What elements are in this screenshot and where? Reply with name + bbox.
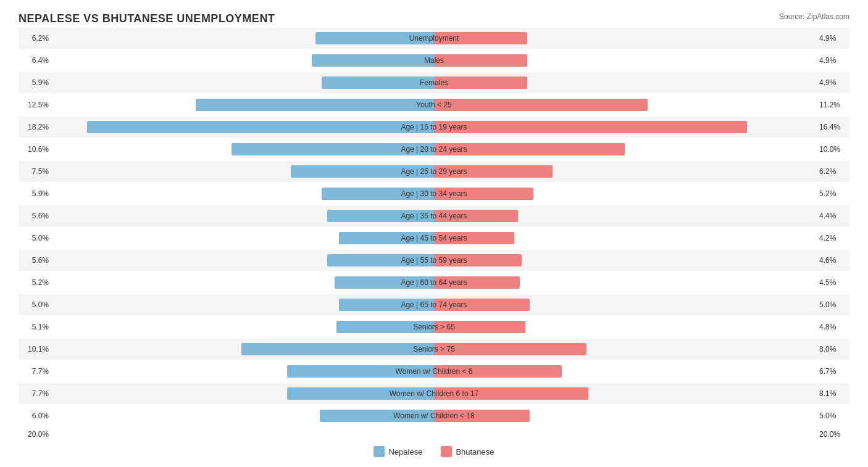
chart-row: 5.2%Age | 60 to 64 years4.5%: [19, 272, 849, 293]
left-bar-wrap: [335, 276, 434, 289]
left-bar-wrap: [320, 410, 434, 422]
left-bar-wrap: [315, 32, 434, 44]
left-value: 7.7%: [19, 389, 52, 398]
chart-title: NEPALESE VS BHUTANESE UNEMPLOYMENT: [19, 12, 275, 25]
x-axis: 20.0% 20.0%: [19, 430, 849, 439]
right-value: 8.0%: [816, 345, 849, 353]
chart-row: 6.2%Unemployment4.9%: [19, 28, 849, 49]
bhutanese-bar: [434, 232, 514, 244]
bars-area: Age | 30 to 34 years: [52, 183, 816, 204]
legend: Nepalese Bhutanese: [19, 446, 849, 457]
bhutanese-bar: [434, 276, 520, 289]
right-value: 6.7%: [816, 367, 849, 376]
right-bar-wrap: [434, 321, 525, 333]
bhutanese-bar: [434, 410, 530, 422]
legend-bhutanese-label: Bhutanese: [456, 447, 494, 457]
nepalese-bar: [327, 210, 434, 222]
nepalese-bar: [312, 54, 434, 67]
chart-area: 6.2%Unemployment4.9%6.4%Males4.9%5.9%Fem…: [19, 28, 849, 426]
left-value: 7.7%: [19, 367, 52, 376]
right-value: 5.2%: [816, 189, 849, 198]
left-value: 7.5%: [19, 167, 52, 176]
left-value: 6.0%: [19, 411, 52, 420]
left-value: 6.4%: [19, 56, 52, 65]
chart-row: 7.7%Women w/ Children < 66.7%: [19, 361, 849, 382]
bars-area: Age | 65 to 74 years: [52, 294, 816, 315]
bhutanese-bar: [434, 343, 586, 355]
nepalese-bar: [320, 410, 434, 422]
nepalese-bar: [287, 365, 434, 378]
right-value: 4.9%: [816, 78, 849, 87]
bars-area: Women w/ Children 6 to 17: [52, 383, 816, 404]
bars-area: Females: [52, 72, 816, 93]
left-value: 5.0%: [19, 234, 52, 242]
x-axis-right-label: 20.0%: [816, 430, 849, 439]
right-bar-wrap: [434, 165, 553, 178]
right-value: 10.0%: [816, 145, 849, 154]
bhutanese-bar: [434, 99, 648, 111]
bhutanese-bar: [434, 165, 553, 178]
left-bar-wrap: [322, 76, 434, 89]
chart-row: 6.4%Males4.9%: [19, 50, 849, 71]
left-bar-wrap: [327, 210, 434, 222]
left-value: 5.0%: [19, 300, 52, 309]
nepalese-bar: [336, 321, 434, 333]
right-bar-wrap: [434, 76, 527, 89]
nepalese-bar: [291, 165, 434, 178]
bhutanese-bar: [434, 365, 562, 378]
left-value: 10.6%: [19, 145, 52, 154]
right-bar-wrap: [434, 365, 562, 378]
chart-row: 5.6%Age | 55 to 59 years4.6%: [19, 250, 849, 271]
right-bar-wrap: [434, 276, 520, 289]
legend-bhutanese: Bhutanese: [441, 446, 494, 457]
left-bar-wrap: [287, 365, 434, 378]
right-value: 4.2%: [816, 234, 849, 242]
left-bar-wrap: [339, 299, 435, 311]
right-bar-wrap: [434, 232, 514, 244]
right-bar-wrap: [434, 143, 625, 155]
left-value: 18.2%: [19, 123, 52, 131]
bhutanese-bar: [434, 76, 527, 89]
chart-row: 5.6%Age | 35 to 44 years4.4%: [19, 205, 849, 226]
left-bar-wrap: [339, 232, 435, 244]
chart-row: 12.5%Youth < 2511.2%: [19, 94, 849, 115]
bhutanese-bar: [434, 387, 588, 400]
right-value: 4.4%: [816, 212, 849, 220]
legend-nepalese-box: [373, 446, 385, 457]
chart-container: NEPALESE VS BHUTANESE UNEMPLOYMENT Sourc…: [0, 0, 868, 467]
right-value: 4.6%: [816, 256, 849, 265]
left-bar-wrap: [287, 387, 434, 400]
nepalese-bar: [335, 276, 434, 289]
left-bar-wrap: [241, 343, 434, 355]
left-bar-wrap: [322, 188, 434, 200]
nepalese-bar: [315, 32, 434, 44]
nepalese-bar: [339, 232, 435, 244]
left-bar-wrap: [336, 321, 434, 333]
bars-area: Age | 25 to 29 years: [52, 161, 816, 182]
right-bar-wrap: [434, 54, 527, 67]
bhutanese-bar: [434, 299, 530, 311]
bars-area: Age | 55 to 59 years: [52, 250, 816, 271]
nepalese-bar: [287, 387, 434, 400]
right-bar-wrap: [434, 343, 586, 355]
right-value: 16.4%: [816, 123, 849, 131]
right-value: 5.0%: [816, 300, 849, 309]
right-value: 8.1%: [816, 389, 849, 398]
left-value: 5.9%: [19, 78, 52, 87]
right-bar-wrap: [434, 410, 530, 422]
left-value: 5.2%: [19, 278, 52, 287]
bhutanese-bar: [434, 121, 747, 133]
left-value: 5.1%: [19, 323, 52, 331]
left-bar-wrap: [291, 165, 434, 178]
nepalese-bar: [87, 121, 434, 133]
right-value: 6.2%: [816, 167, 849, 176]
right-value: 4.9%: [816, 56, 849, 65]
chart-row: 5.9%Age | 30 to 34 years5.2%: [19, 183, 849, 204]
right-bar-wrap: [434, 210, 518, 222]
right-value: 4.9%: [816, 34, 849, 43]
nepalese-bar: [339, 299, 435, 311]
right-bar-wrap: [434, 299, 530, 311]
bhutanese-bar: [434, 143, 625, 155]
bars-area: Unemployment: [52, 28, 816, 49]
right-value: 11.2%: [816, 101, 849, 109]
